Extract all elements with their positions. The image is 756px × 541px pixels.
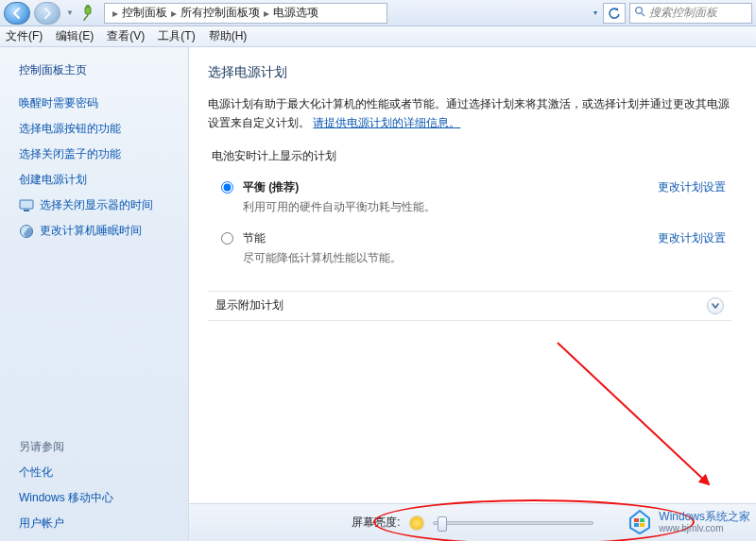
section-title: 电池安时计上显示的计划 (212, 148, 731, 164)
sidebar-link-power-button[interactable]: 选择电源按钮的功能 (19, 121, 175, 137)
sidebar-link-users[interactable]: 用户帐户 (19, 516, 175, 532)
plan-balanced-radio[interactable] (221, 181, 233, 194)
sidebar-link-wake-password[interactable]: 唤醒时需要密码 (19, 95, 175, 111)
sidebar-see-also: 另请参阅 (19, 439, 175, 455)
sun-low-icon (410, 516, 423, 530)
breadcrumb-leaf[interactable]: 电源选项 (273, 5, 318, 21)
sidebar-link-personalize[interactable]: 个性化 (19, 465, 175, 481)
power-plug-icon (79, 5, 96, 22)
forward-button[interactable] (34, 2, 60, 25)
svg-line-4 (642, 13, 644, 16)
plan-saver-name: 节能 (243, 231, 266, 245)
svg-point-3 (636, 8, 643, 14)
sidebar-link-mobility[interactable]: Windows 移动中心 (19, 490, 175, 506)
plan-balanced: 平衡 (推荐) 利用可用的硬件自动平衡功耗与性能。 更改计划设置 (208, 174, 731, 225)
svg-line-8 (558, 343, 709, 484)
plan-balanced-sub: 利用可用的硬件自动平衡功耗与性能。 (243, 199, 648, 215)
svg-rect-6 (24, 210, 29, 211)
brightness-label: 屏幕亮度: (352, 515, 400, 531)
search-placeholder: 搜索控制面板 (649, 5, 717, 21)
refresh-button[interactable] (603, 3, 626, 24)
nav-dropdown-icon[interactable]: ▼ (64, 8, 76, 17)
svg-rect-5 (20, 200, 33, 209)
plan-saver-sub: 尽可能降低计算机性能以节能。 (243, 250, 648, 266)
sidebar-link-display-off[interactable]: 选择关闭显示器的时间 (19, 197, 175, 213)
plan-balanced-change-link[interactable]: 更改计划设置 (658, 179, 726, 195)
main-panel: 选择电源计划 电源计划有助于最大化计算机的性能或者节能。通过选择计划来将其激活，… (189, 47, 756, 541)
plan-saver: 节能 尽可能降低计算机性能以节能。 更改计划设置 (208, 225, 731, 276)
titlebar: ▼ ▸ 控制面板 ▸ 所有控制面板项 ▸ 电源选项 ▾ 搜索控制面板 (0, 0, 756, 26)
page-title: 选择电源计划 (208, 64, 731, 81)
page-description: 电源计划有助于最大化计算机的性能或者节能。通过选择计划来将其激活，或选择计划并通… (208, 94, 731, 133)
plan-saver-change-link[interactable]: 更改计划设置 (658, 230, 726, 246)
sidebar: 控制面板主页 唤醒时需要密码 选择电源按钮的功能 选择关闭盖子的功能 创建电源计… (0, 47, 189, 541)
breadcrumb-root[interactable]: 控制面板 (122, 5, 167, 21)
breadcrumb-dropdown-icon[interactable]: ▾ (592, 8, 599, 17)
search-input[interactable]: 搜索控制面板 (629, 3, 752, 24)
search-icon (634, 6, 645, 20)
menu-tools[interactable]: 工具(T) (158, 28, 195, 44)
menubar: 文件(F) 编辑(E) 查看(V) 工具(T) 帮助(H) (0, 26, 756, 47)
menu-help[interactable]: 帮助(H) (209, 28, 248, 44)
monitor-icon (19, 198, 34, 213)
brightness-slider[interactable] (433, 521, 593, 525)
menu-view[interactable]: 查看(V) (107, 28, 145, 44)
menu-file[interactable]: 文件(F) (6, 28, 43, 44)
content: 控制面板主页 唤醒时需要密码 选择电源按钮的功能 选择关闭盖子的功能 创建电源计… (0, 47, 756, 541)
sidebar-link-close-lid[interactable]: 选择关闭盖子的功能 (19, 146, 175, 162)
plan-balanced-name: 平衡 (推荐) (243, 180, 299, 194)
breadcrumb[interactable]: ▸ 控制面板 ▸ 所有控制面板项 ▸ 电源选项 (104, 3, 387, 24)
sleep-icon (19, 224, 34, 239)
menu-edit[interactable]: 编辑(E) (56, 28, 94, 44)
annotation-arrow (548, 333, 737, 503)
sidebar-home[interactable]: 控制面板主页 (19, 62, 175, 78)
plan-saver-radio[interactable] (221, 232, 233, 245)
chevron-down-icon[interactable] (707, 297, 724, 314)
sidebar-link-create-plan[interactable]: 创建电源计划 (19, 172, 175, 188)
brightness-thumb[interactable] (438, 516, 447, 532)
expand-label: 显示附加计划 (215, 297, 284, 313)
expand-row[interactable]: 显示附加计划 (208, 291, 731, 321)
back-button[interactable] (4, 2, 30, 25)
breadcrumb-mid[interactable]: 所有控制面板项 (180, 5, 260, 21)
svg-rect-0 (85, 7, 91, 14)
plan-details-link[interactable]: 请提供电源计划的详细信息。 (313, 116, 460, 129)
sidebar-link-sleep-time[interactable]: 更改计算机睡眠时间 (19, 223, 175, 239)
footer-bar: 屏幕亮度: (189, 503, 756, 541)
